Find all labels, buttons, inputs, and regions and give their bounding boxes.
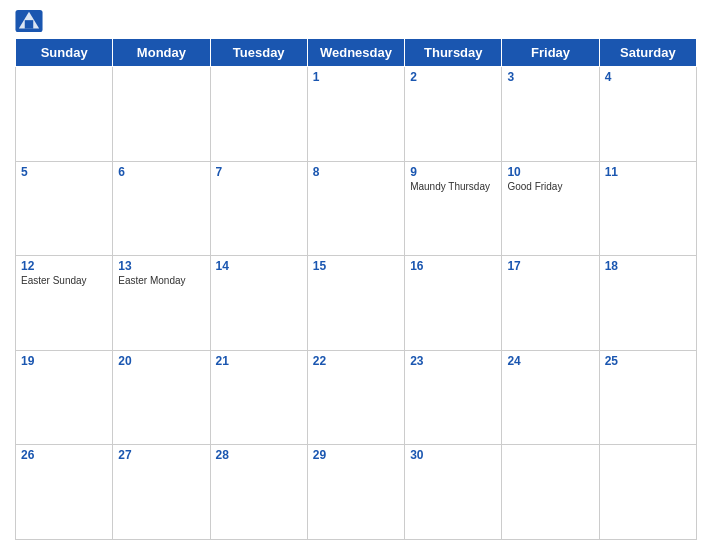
general-blue-logo-icon [15, 10, 43, 32]
day-number: 18 [605, 259, 691, 273]
holiday-name: Maundy Thursday [410, 181, 496, 192]
day-number: 19 [21, 354, 107, 368]
calendar-cell: 4 [599, 67, 696, 162]
calendar-cell [113, 67, 210, 162]
calendar-cell: 22 [307, 350, 404, 445]
calendar-header-row: SundayMondayTuesdayWednesdayThursdayFrid… [16, 39, 697, 67]
calendar-cell: 6 [113, 161, 210, 256]
calendar-cell: 2 [405, 67, 502, 162]
day-number: 11 [605, 165, 691, 179]
calendar-cell: 19 [16, 350, 113, 445]
calendar-table: SundayMondayTuesdayWednesdayThursdayFrid… [15, 38, 697, 540]
day-number: 21 [216, 354, 302, 368]
calendar-cell: 12Easter Sunday [16, 256, 113, 351]
calendar-cell [210, 67, 307, 162]
day-number: 23 [410, 354, 496, 368]
day-number: 9 [410, 165, 496, 179]
weekday-row: SundayMondayTuesdayWednesdayThursdayFrid… [16, 39, 697, 67]
calendar-cell [599, 445, 696, 540]
calendar-cell: 23 [405, 350, 502, 445]
holiday-name: Easter Monday [118, 275, 204, 286]
calendar-cell: 8 [307, 161, 404, 256]
calendar-cell: 25 [599, 350, 696, 445]
calendar-cell: 7 [210, 161, 307, 256]
day-number: 29 [313, 448, 399, 462]
day-number: 27 [118, 448, 204, 462]
calendar-header [15, 10, 697, 32]
day-number: 10 [507, 165, 593, 179]
day-number: 30 [410, 448, 496, 462]
calendar-body: 123456789Maundy Thursday10Good Friday111… [16, 67, 697, 540]
day-number: 14 [216, 259, 302, 273]
day-number: 25 [605, 354, 691, 368]
calendar-cell: 28 [210, 445, 307, 540]
calendar-cell: 15 [307, 256, 404, 351]
calendar-cell [502, 445, 599, 540]
holiday-name: Easter Sunday [21, 275, 107, 286]
day-number: 26 [21, 448, 107, 462]
calendar-cell: 1 [307, 67, 404, 162]
calendar-cell: 9Maundy Thursday [405, 161, 502, 256]
calendar-cell: 3 [502, 67, 599, 162]
weekday-header-sunday: Sunday [16, 39, 113, 67]
day-number: 22 [313, 354, 399, 368]
day-number: 5 [21, 165, 107, 179]
day-number: 24 [507, 354, 593, 368]
calendar-week-row: 19202122232425 [16, 350, 697, 445]
day-number: 7 [216, 165, 302, 179]
calendar-cell: 14 [210, 256, 307, 351]
day-number: 12 [21, 259, 107, 273]
day-number: 28 [216, 448, 302, 462]
day-number: 13 [118, 259, 204, 273]
weekday-header-wednesday: Wednesday [307, 39, 404, 67]
calendar-cell: 13Easter Monday [113, 256, 210, 351]
calendar-week-row: 1234 [16, 67, 697, 162]
calendar-cell: 16 [405, 256, 502, 351]
calendar-cell: 24 [502, 350, 599, 445]
calendar-cell: 26 [16, 445, 113, 540]
weekday-header-thursday: Thursday [405, 39, 502, 67]
calendar-cell: 17 [502, 256, 599, 351]
calendar-cell: 29 [307, 445, 404, 540]
calendar-cell: 21 [210, 350, 307, 445]
day-number: 16 [410, 259, 496, 273]
day-number: 3 [507, 70, 593, 84]
calendar-week-row: 12Easter Sunday13Easter Monday1415161718 [16, 256, 697, 351]
weekday-header-saturday: Saturday [599, 39, 696, 67]
logo [15, 10, 47, 32]
calendar-week-row: 56789Maundy Thursday10Good Friday11 [16, 161, 697, 256]
calendar-cell: 30 [405, 445, 502, 540]
calendar-cell: 18 [599, 256, 696, 351]
day-number: 20 [118, 354, 204, 368]
day-number: 8 [313, 165, 399, 179]
day-number: 15 [313, 259, 399, 273]
weekday-header-friday: Friday [502, 39, 599, 67]
day-number: 4 [605, 70, 691, 84]
day-number: 6 [118, 165, 204, 179]
calendar-cell: 27 [113, 445, 210, 540]
calendar-cell: 11 [599, 161, 696, 256]
holiday-name: Good Friday [507, 181, 593, 192]
weekday-header-tuesday: Tuesday [210, 39, 307, 67]
svg-rect-2 [25, 20, 33, 28]
calendar-cell: 5 [16, 161, 113, 256]
weekday-header-monday: Monday [113, 39, 210, 67]
calendar-week-row: 2627282930 [16, 445, 697, 540]
calendar-cell [16, 67, 113, 162]
day-number: 17 [507, 259, 593, 273]
day-number: 1 [313, 70, 399, 84]
calendar-cell: 20 [113, 350, 210, 445]
calendar-cell: 10Good Friday [502, 161, 599, 256]
day-number: 2 [410, 70, 496, 84]
